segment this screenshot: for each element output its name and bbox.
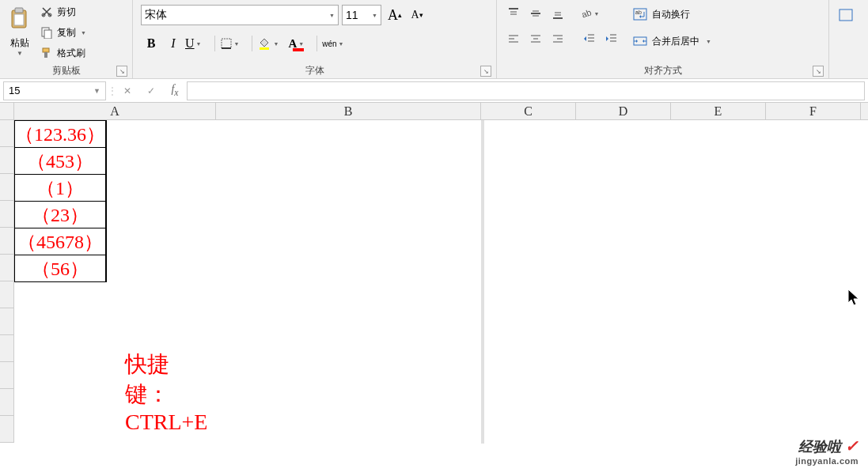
col-header-D[interactable]: D [576,103,671,119]
group-alignment: ab▼ ab 自动换行 合并后居中 [497,0,829,78]
cell[interactable] [106,175,107,202]
check-icon: ✓ [147,85,155,96]
table-row: （453） [15,148,107,175]
copy-button[interactable]: 复制 ▼ [38,24,88,41]
cell[interactable] [106,228,107,255]
font-launcher[interactable]: ↘ [480,66,491,77]
cell[interactable] [106,202,107,228]
wrap-text-button[interactable]: ab 自动换行 [630,3,714,25]
row-header[interactable] [0,120,14,147]
scissors-icon [40,6,54,18]
row-header[interactable] [0,281,14,308]
watermark: 经验啦 ✓ jingyanla.com [795,436,859,466]
fx-button[interactable]: fx [163,81,187,100]
align-left-button[interactable] [503,28,524,49]
clipboard-launcher[interactable]: ↘ [116,66,127,77]
row-header[interactable] [0,362,14,389]
watermark-url: jingyanla.com [795,456,859,466]
col-header-F[interactable]: F [766,103,861,119]
align-middle-button[interactable] [525,3,546,24]
cell[interactable]: （56） [15,255,106,282]
row-header[interactable] [0,255,14,281]
row-header[interactable] [0,174,14,201]
align-bottom-button[interactable] [548,3,568,24]
align-center-button[interactable] [525,28,546,49]
table-row: （45678） [15,228,107,255]
partial-button[interactable] [836,5,856,25]
svg-rect-41 [840,9,852,21]
formula-input[interactable] [187,81,865,100]
bold-button[interactable]: B [141,33,161,54]
svg-text:ab: ab [580,7,593,19]
select-all-corner[interactable] [0,103,14,119]
cell[interactable] [106,255,107,282]
svg-rect-7 [43,48,49,52]
wrap-text-label: 自动换行 [652,8,690,21]
col-header-C[interactable]: C [481,103,576,119]
chevron-down-icon: ▼ [329,13,335,18]
align-top-button[interactable] [503,3,524,24]
svg-rect-8 [44,52,47,58]
table-row: （1） [15,175,107,202]
merge-center-button[interactable]: 合并后居中 ▼ [630,30,714,52]
col-header-A[interactable]: A [14,103,216,119]
row-header[interactable] [0,147,14,174]
cell[interactable]: （23） [15,202,106,228]
row-header[interactable] [0,416,14,443]
wrap-text-icon: ab [633,7,647,21]
font-name-select[interactable]: 宋体 ▼ [141,5,339,25]
phonetic-button[interactable]: wén ▼ [322,33,351,54]
border-icon [220,37,233,50]
cell[interactable]: （1） [15,175,106,202]
paste-button[interactable] [6,3,33,35]
fill-color-button[interactable]: ▼ [257,33,286,54]
row-header[interactable] [0,308,14,335]
underline-button[interactable]: U▼ [185,33,210,54]
border-button[interactable]: ▼ [220,33,248,54]
name-box[interactable]: 15 ▼ [3,81,106,100]
paste-dropdown[interactable]: ▼ [17,50,23,57]
mouse-cursor-icon [847,289,860,308]
merge-dropdown-icon[interactable]: ▼ [706,39,711,44]
group-partial [829,0,868,78]
svg-rect-9 [222,39,231,48]
font-name-value: 宋体 [145,8,167,22]
cell[interactable] [106,121,107,148]
cut-button[interactable]: 剪切 [38,3,88,21]
cut-label: 剪切 [57,6,76,19]
italic-button[interactable]: I [163,33,184,54]
svg-rect-12 [293,48,304,51]
name-box-dropdown-icon[interactable]: ▼ [93,87,100,95]
increase-font-button[interactable]: A▴ [385,5,405,25]
align-right-button[interactable] [548,28,568,49]
col-header-B[interactable]: B [216,103,481,119]
copy-dropdown-icon[interactable]: ▼ [81,30,86,36]
alignment-launcher[interactable]: ↘ [813,66,824,77]
svg-text:ab: ab [635,9,642,15]
decrease-indent-button[interactable] [579,28,600,49]
format-painter-label: 格式刷 [57,47,85,60]
format-painter-button[interactable]: 格式刷 [38,44,88,62]
svg-rect-6 [44,30,51,39]
row-header[interactable] [0,335,14,362]
orientation-button[interactable]: ab▼ [579,3,600,24]
cell[interactable]: （453） [15,148,106,175]
col-header-E[interactable]: E [671,103,766,119]
cell[interactable]: （45678） [15,228,106,255]
chevron-down-icon: ▼ [372,13,377,18]
table-row: （23） [15,202,107,228]
cancel-formula-button[interactable]: ✕ [116,81,139,100]
row-header[interactable] [0,228,14,255]
font-size-select[interactable]: 11 ▼ [342,5,381,25]
partial-icon [838,7,854,23]
increase-indent-button[interactable] [601,28,622,49]
row-header[interactable] [0,201,14,228]
watermark-brand: 经验啦 [798,439,841,455]
font-color-button[interactable]: A ▼ [288,33,312,54]
decrease-font-button[interactable]: A▾ [407,5,427,25]
cell[interactable]: （123.36） [15,121,106,148]
cell[interactable] [106,148,107,175]
table-row: （123.36） [15,121,107,148]
row-header[interactable] [0,389,14,416]
accept-formula-button[interactable]: ✓ [139,81,163,100]
